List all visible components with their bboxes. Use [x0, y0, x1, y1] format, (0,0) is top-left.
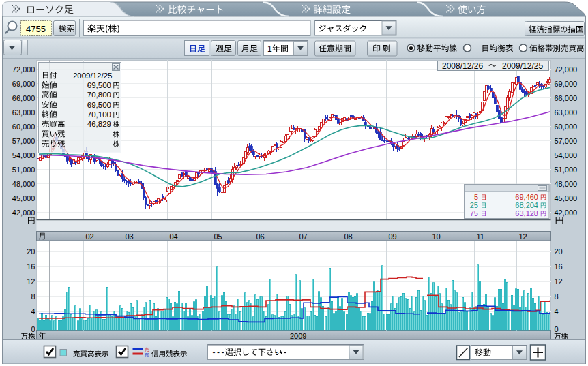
- svg-text:66,000: 66,000: [12, 94, 35, 102]
- svg-text:12: 12: [519, 232, 527, 241]
- svg-text:20: 20: [555, 247, 563, 256]
- svg-text:12: 12: [27, 277, 35, 286]
- svg-text:04: 04: [170, 232, 178, 241]
- svg-text:60,000: 60,000: [12, 123, 35, 131]
- svg-text:09: 09: [389, 232, 397, 241]
- svg-text:69,460: 69,460: [515, 193, 538, 201]
- svg-text:20: 20: [27, 247, 35, 256]
- svg-text:08: 08: [344, 232, 353, 241]
- svg-text:2008/12/26: 2008/12/26: [442, 61, 483, 71]
- svg-text:51,000: 51,000: [12, 166, 35, 174]
- svg-text:70,800: 70,800: [87, 91, 111, 99]
- svg-text:8: 8: [31, 292, 35, 301]
- svg-text:69,500: 69,500: [87, 81, 111, 89]
- svg-text:25: 25: [470, 201, 478, 209]
- svg-text:0: 0: [31, 325, 35, 333]
- svg-text:4: 4: [555, 307, 559, 316]
- svg-text:12: 12: [555, 277, 563, 286]
- svg-text:03: 03: [126, 232, 134, 241]
- svg-text:10: 10: [432, 232, 441, 241]
- svg-text:75: 75: [470, 209, 478, 217]
- svg-text:70,100: 70,100: [87, 110, 111, 119]
- svg-text:4755: 4755: [26, 24, 46, 34]
- svg-text:69,000: 69,000: [555, 80, 578, 88]
- svg-text:05: 05: [214, 232, 222, 241]
- svg-text:63,128: 63,128: [515, 209, 538, 217]
- svg-text:66,000: 66,000: [555, 94, 578, 102]
- svg-text:---: ---: [275, 348, 289, 357]
- svg-text:16: 16: [27, 262, 35, 271]
- svg-text:2009/12/25: 2009/12/25: [502, 61, 543, 71]
- svg-text:60,000: 60,000: [555, 123, 578, 131]
- svg-text:---: ---: [213, 348, 226, 357]
- svg-text:68,204: 68,204: [515, 201, 538, 209]
- svg-text:42,000: 42,000: [555, 209, 578, 217]
- svg-text:8: 8: [555, 292, 559, 301]
- svg-text:2009: 2009: [290, 332, 306, 340]
- svg-text:51,000: 51,000: [555, 166, 578, 174]
- svg-text:11: 11: [477, 232, 484, 241]
- svg-text:42,000: 42,000: [12, 209, 35, 217]
- svg-text:46,829: 46,829: [87, 120, 111, 128]
- svg-text:63,000: 63,000: [12, 108, 35, 117]
- svg-text:72,000: 72,000: [12, 65, 35, 74]
- svg-text:06: 06: [256, 232, 265, 241]
- svg-text:1: 1: [267, 44, 272, 54]
- svg-text:02: 02: [86, 232, 94, 241]
- svg-text:69,500: 69,500: [87, 101, 111, 109]
- svg-text:48,000: 48,000: [555, 180, 578, 188]
- svg-text:63,000: 63,000: [555, 108, 578, 117]
- svg-text:72,000: 72,000: [555, 65, 578, 74]
- svg-text:07: 07: [299, 232, 308, 241]
- svg-text:16: 16: [555, 262, 563, 271]
- svg-text:5: 5: [474, 193, 478, 201]
- svg-text:2009/12/25: 2009/12/25: [73, 72, 113, 80]
- svg-text:54,000: 54,000: [555, 151, 578, 159]
- svg-text:54,000: 54,000: [12, 151, 35, 159]
- svg-text:57,000: 57,000: [12, 137, 35, 145]
- svg-text:0: 0: [555, 325, 559, 333]
- svg-text:57,000: 57,000: [555, 137, 578, 145]
- svg-text:4: 4: [31, 307, 35, 316]
- svg-text:69,000: 69,000: [12, 80, 35, 88]
- svg-text:45,000: 45,000: [555, 194, 578, 202]
- svg-text:45,000: 45,000: [12, 194, 35, 202]
- svg-text:48,000: 48,000: [12, 180, 35, 188]
